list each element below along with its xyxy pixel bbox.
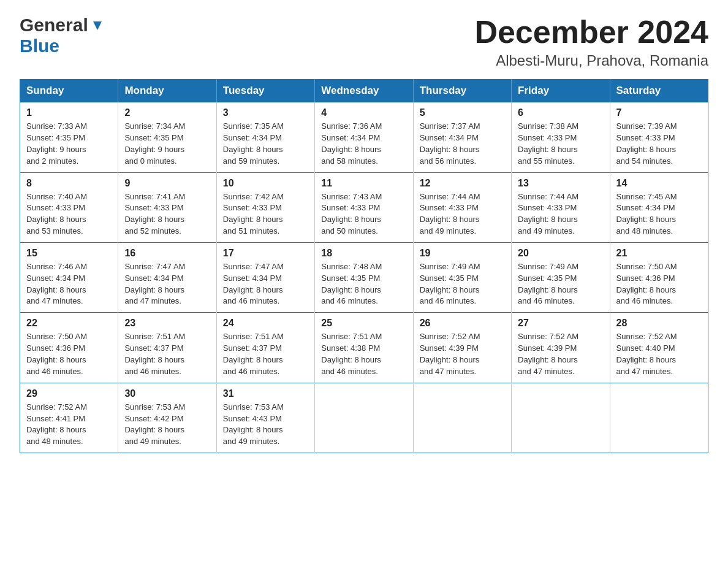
logo: General Blue <box>20 15 104 56</box>
page-header: General Blue December 2024 Albesti-Muru,… <box>20 15 708 69</box>
day-number: 10 <box>223 178 308 189</box>
calendar-week-row: 22 Sunrise: 7:50 AMSunset: 4:36 PMDaylig… <box>20 313 708 383</box>
day-number: 31 <box>223 388 308 399</box>
day-number: 30 <box>124 388 210 399</box>
header-row: Sunday Monday Tuesday Wednesday Thursday… <box>20 80 708 102</box>
day-number: 13 <box>518 178 603 189</box>
day-info: Sunrise: 7:44 AMSunset: 4:33 PMDaylight:… <box>518 191 603 237</box>
day-number: 7 <box>616 107 702 118</box>
calendar-cell: 12 Sunrise: 7:44 AMSunset: 4:33 PMDaylig… <box>413 172 511 242</box>
day-info: Sunrise: 7:46 AMSunset: 4:34 PMDaylight:… <box>26 261 112 307</box>
day-info: Sunrise: 7:50 AMSunset: 4:36 PMDaylight:… <box>26 331 112 377</box>
calendar-week-row: 1 Sunrise: 7:33 AMSunset: 4:35 PMDayligh… <box>20 102 708 172</box>
day-info: Sunrise: 7:48 AMSunset: 4:35 PMDaylight:… <box>321 261 406 307</box>
day-number: 24 <box>223 318 308 329</box>
day-number: 16 <box>124 248 210 259</box>
day-number: 15 <box>26 248 112 259</box>
title-block: December 2024 Albesti-Muru, Prahova, Rom… <box>474 15 708 69</box>
day-info: Sunrise: 7:52 AMSunset: 4:40 PMDaylight:… <box>616 331 702 377</box>
day-info: Sunrise: 7:44 AMSunset: 4:33 PMDaylight:… <box>420 191 505 237</box>
day-info: Sunrise: 7:52 AMSunset: 4:39 PMDaylight:… <box>420 331 505 377</box>
day-number: 27 <box>518 318 603 329</box>
logo-blue-text: Blue <box>20 36 59 56</box>
col-monday: Monday <box>118 80 216 102</box>
calendar-body: 1 Sunrise: 7:33 AMSunset: 4:35 PMDayligh… <box>20 102 708 453</box>
day-number: 28 <box>616 318 702 329</box>
day-number: 29 <box>26 388 112 399</box>
logo-general-text: General <box>20 15 88 36</box>
col-sunday: Sunday <box>20 80 118 102</box>
day-number: 9 <box>124 178 210 189</box>
col-thursday: Thursday <box>413 80 511 102</box>
calendar-cell: 25 Sunrise: 7:51 AMSunset: 4:38 PMDaylig… <box>315 313 413 383</box>
day-info: Sunrise: 7:34 AMSunset: 4:35 PMDaylight:… <box>124 121 210 167</box>
col-saturday: Saturday <box>610 80 708 102</box>
col-tuesday: Tuesday <box>216 80 314 102</box>
col-friday: Friday <box>512 80 610 102</box>
calendar-cell: 23 Sunrise: 7:51 AMSunset: 4:37 PMDaylig… <box>118 313 216 383</box>
day-info: Sunrise: 7:38 AMSunset: 4:33 PMDaylight:… <box>518 121 603 167</box>
calendar-cell: 28 Sunrise: 7:52 AMSunset: 4:40 PMDaylig… <box>610 313 708 383</box>
calendar-cell <box>610 383 708 453</box>
day-info: Sunrise: 7:51 AMSunset: 4:38 PMDaylight:… <box>321 331 406 377</box>
calendar-cell: 10 Sunrise: 7:42 AMSunset: 4:33 PMDaylig… <box>216 172 314 242</box>
calendar-cell: 3 Sunrise: 7:35 AMSunset: 4:34 PMDayligh… <box>216 102 314 172</box>
calendar-cell: 6 Sunrise: 7:38 AMSunset: 4:33 PMDayligh… <box>512 102 610 172</box>
svg-marker-0 <box>93 21 102 30</box>
day-info: Sunrise: 7:53 AMSunset: 4:42 PMDaylight:… <box>124 402 210 448</box>
calendar-table: Sunday Monday Tuesday Wednesday Thursday… <box>20 79 708 453</box>
calendar-cell: 22 Sunrise: 7:50 AMSunset: 4:36 PMDaylig… <box>20 313 118 383</box>
month-title: December 2024 <box>474 15 708 50</box>
day-info: Sunrise: 7:52 AMSunset: 4:41 PMDaylight:… <box>26 402 112 448</box>
calendar-week-row: 15 Sunrise: 7:46 AMSunset: 4:34 PMDaylig… <box>20 242 708 312</box>
day-number: 8 <box>26 178 112 189</box>
calendar-cell: 9 Sunrise: 7:41 AMSunset: 4:33 PMDayligh… <box>118 172 216 242</box>
calendar-week-row: 29 Sunrise: 7:52 AMSunset: 4:41 PMDaylig… <box>20 383 708 453</box>
calendar-cell: 2 Sunrise: 7:34 AMSunset: 4:35 PMDayligh… <box>118 102 216 172</box>
logo-triangle-icon <box>91 19 104 33</box>
calendar-cell: 30 Sunrise: 7:53 AMSunset: 4:42 PMDaylig… <box>118 383 216 453</box>
calendar-cell: 5 Sunrise: 7:37 AMSunset: 4:34 PMDayligh… <box>413 102 511 172</box>
day-number: 26 <box>420 318 505 329</box>
calendar-cell: 8 Sunrise: 7:40 AMSunset: 4:33 PMDayligh… <box>20 172 118 242</box>
calendar-cell: 1 Sunrise: 7:33 AMSunset: 4:35 PMDayligh… <box>20 102 118 172</box>
day-info: Sunrise: 7:39 AMSunset: 4:33 PMDaylight:… <box>616 121 702 167</box>
location-title: Albesti-Muru, Prahova, Romania <box>474 52 708 69</box>
day-info: Sunrise: 7:50 AMSunset: 4:36 PMDaylight:… <box>616 261 702 307</box>
calendar-cell: 29 Sunrise: 7:52 AMSunset: 4:41 PMDaylig… <box>20 383 118 453</box>
calendar-cell: 4 Sunrise: 7:36 AMSunset: 4:34 PMDayligh… <box>315 102 413 172</box>
calendar-cell: 13 Sunrise: 7:44 AMSunset: 4:33 PMDaylig… <box>512 172 610 242</box>
day-info: Sunrise: 7:35 AMSunset: 4:34 PMDaylight:… <box>223 121 308 167</box>
calendar-cell: 14 Sunrise: 7:45 AMSunset: 4:34 PMDaylig… <box>610 172 708 242</box>
day-info: Sunrise: 7:51 AMSunset: 4:37 PMDaylight:… <box>124 331 210 377</box>
day-number: 11 <box>321 178 406 189</box>
day-info: Sunrise: 7:37 AMSunset: 4:34 PMDaylight:… <box>420 121 505 167</box>
calendar-cell: 27 Sunrise: 7:52 AMSunset: 4:39 PMDaylig… <box>512 313 610 383</box>
day-info: Sunrise: 7:49 AMSunset: 4:35 PMDaylight:… <box>420 261 505 307</box>
calendar-cell <box>512 383 610 453</box>
day-number: 5 <box>420 107 505 118</box>
day-number: 22 <box>26 318 112 329</box>
day-info: Sunrise: 7:40 AMSunset: 4:33 PMDaylight:… <box>26 191 112 237</box>
calendar-cell: 17 Sunrise: 7:47 AMSunset: 4:34 PMDaylig… <box>216 242 314 312</box>
day-info: Sunrise: 7:36 AMSunset: 4:34 PMDaylight:… <box>321 121 406 167</box>
calendar-cell: 31 Sunrise: 7:53 AMSunset: 4:43 PMDaylig… <box>216 383 314 453</box>
calendar-cell: 16 Sunrise: 7:47 AMSunset: 4:34 PMDaylig… <box>118 242 216 312</box>
day-info: Sunrise: 7:52 AMSunset: 4:39 PMDaylight:… <box>518 331 603 377</box>
day-info: Sunrise: 7:33 AMSunset: 4:35 PMDaylight:… <box>26 121 112 167</box>
calendar-cell: 7 Sunrise: 7:39 AMSunset: 4:33 PMDayligh… <box>610 102 708 172</box>
calendar-cell: 18 Sunrise: 7:48 AMSunset: 4:35 PMDaylig… <box>315 242 413 312</box>
day-number: 12 <box>420 178 505 189</box>
calendar-cell: 11 Sunrise: 7:43 AMSunset: 4:33 PMDaylig… <box>315 172 413 242</box>
calendar-cell <box>413 383 511 453</box>
day-info: Sunrise: 7:47 AMSunset: 4:34 PMDaylight:… <box>223 261 308 307</box>
day-info: Sunrise: 7:41 AMSunset: 4:33 PMDaylight:… <box>124 191 210 237</box>
day-number: 3 <box>223 107 308 118</box>
day-info: Sunrise: 7:43 AMSunset: 4:33 PMDaylight:… <box>321 191 406 237</box>
day-number: 17 <box>223 248 308 259</box>
calendar-cell: 21 Sunrise: 7:50 AMSunset: 4:36 PMDaylig… <box>610 242 708 312</box>
calendar-cell: 20 Sunrise: 7:49 AMSunset: 4:35 PMDaylig… <box>512 242 610 312</box>
day-info: Sunrise: 7:51 AMSunset: 4:37 PMDaylight:… <box>223 331 308 377</box>
day-info: Sunrise: 7:42 AMSunset: 4:33 PMDaylight:… <box>223 191 308 237</box>
day-number: 2 <box>124 107 210 118</box>
